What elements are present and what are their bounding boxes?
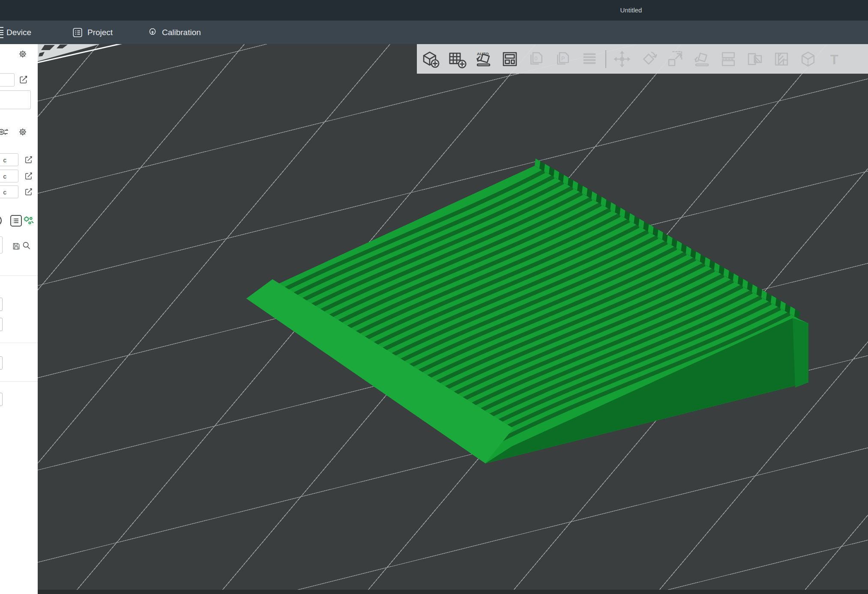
auto-orient-icon[interactable]: AUTO [470,46,497,72]
printer-field-stub[interactable] [0,73,15,87]
printer-settings-gear-icon[interactable] [17,48,28,60]
filament-settings-gear-icon[interactable] [17,126,28,137]
option-checkbox-stub[interactable] [0,298,3,311]
calibration-icon [147,27,158,38]
divider [0,275,38,276]
edit-printer-icon[interactable] [18,74,29,85]
split-parts-icon [742,46,768,72]
viewport-toolbar: AUTO0PT [417,44,868,74]
lay-on-face-icon [688,46,715,72]
svg-text:T: T [830,52,838,67]
layers-icon [576,46,603,72]
filament-name-field[interactable]: c [0,170,18,182]
variable-layer-height-icon [768,46,795,72]
option-checkbox-stub[interactable] [0,356,3,370]
mesh-edit-icon [795,46,821,72]
viewport-3d[interactable] [38,44,868,594]
bed-type-select-stub[interactable] [0,90,31,109]
option-checkbox-stub[interactable] [0,318,3,331]
scale-icon [662,46,688,72]
window-title: Untitled [603,0,659,21]
filament-swap-icon[interactable] [0,126,9,137]
text-tool-icon: T [821,46,848,72]
copy-icon: 0 [523,46,550,72]
sidebar-panel: ccc [0,44,38,594]
filament-name-field[interactable]: c [0,153,18,166]
svg-text:0: 0 [534,56,537,62]
divider [0,381,38,382]
cut-off-tab-icon [0,27,3,39]
project-icon [72,27,83,38]
split-objects-icon [715,46,742,72]
tab-project[interactable]: Project [72,21,113,44]
window-bottom-edge [38,590,868,594]
divider [0,343,38,343]
calibration-tab-label: Calibration [162,28,201,37]
add-object-icon[interactable] [417,46,443,72]
cut-off-circle-icon[interactable] [0,215,7,226]
edit-filament-icon[interactable] [24,171,34,181]
move-icon [609,46,635,72]
filament-name-value: c [3,188,7,196]
option-checkbox-stub[interactable] [0,393,3,406]
filament-name-value: c [3,156,7,164]
svg-text:P: P [561,56,565,62]
edit-filament-icon[interactable] [24,155,34,165]
edit-filament-icon[interactable] [24,187,34,197]
rotate-icon [635,46,662,72]
toolbar-separator [605,50,606,68]
arrange-icon[interactable] [497,46,523,72]
process-preset-stub[interactable] [0,236,3,254]
title-bar: Untitled [0,0,868,21]
paste-icon: P [550,46,576,72]
tab-calibration[interactable]: Calibration [147,21,201,44]
search-settings-icon[interactable] [21,241,32,251]
filament-name-value: c [3,173,7,180]
device-tab-label: Device [6,28,31,37]
filament-name-field[interactable]: c [0,185,18,198]
tab-global-settings[interactable] [10,215,22,227]
project-tab-label: Project [87,28,113,37]
add-plate-icon[interactable] [443,46,470,72]
menu-bar: Device Project Calibration [0,21,868,44]
tab-process-advanced-icon[interactable] [22,215,34,227]
tab-device[interactable]: Device [6,21,31,44]
save-preset-icon[interactable] [12,242,21,251]
build-plate-grid [38,44,868,594]
